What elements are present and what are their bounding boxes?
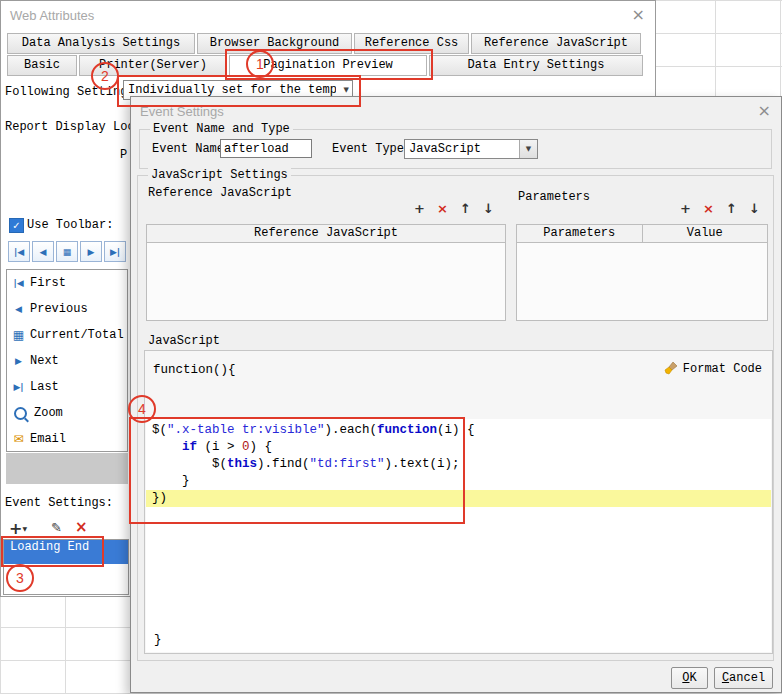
ok-button[interactable]: OK — [671, 667, 708, 689]
plus-icon: + — [9, 519, 22, 538]
reference-js-table: Reference JavaScript — [146, 224, 506, 321]
web-attributes-title: Web Attributes — [10, 8, 94, 23]
event-type-label: Event Type: — [332, 142, 411, 156]
code-line: } — [146, 473, 771, 490]
reference-js-toolbar: +×↑↓ — [410, 200, 498, 217]
first-icon: |◀ — [14, 247, 24, 257]
toolbar-item-list[interactable]: |◀First◀Previous▦Current/Total▶Next▶|Las… — [6, 269, 128, 452]
following-settings-label: Following Settings — [5, 85, 135, 99]
tab-browser-background[interactable]: Browser Background — [197, 33, 352, 54]
function-open-text: function(){ — [153, 363, 236, 377]
use-toolbar-label: Use Toolbar: — [27, 218, 113, 232]
javascript-label: JavaScript — [148, 334, 220, 348]
list-item-label: First — [30, 276, 66, 290]
chevron-down-icon: ▼ — [22, 525, 27, 532]
delete-event-button[interactable]: × — [75, 518, 88, 536]
code-token: $( — [152, 423, 167, 437]
code-token: if — [182, 440, 197, 454]
code-token: ) { — [250, 440, 273, 454]
plus-icon[interactable]: + — [410, 200, 429, 217]
code-line: if (i > 0) { — [146, 439, 771, 456]
event-name-type-group: Event Name and Type Event Name: Event Ty… — [139, 129, 772, 169]
plus-icon[interactable]: + — [676, 200, 695, 217]
code-token: ).text(i); — [385, 457, 460, 471]
last-icon: ▶| — [110, 247, 120, 257]
param-table-header-value: Value — [642, 224, 769, 243]
list-item-previous[interactable]: ◀Previous — [7, 296, 127, 322]
close-icon[interactable]: × — [758, 101, 771, 120]
event-name-type-group-title: Event Name and Type — [150, 122, 293, 136]
next-button[interactable]: ▶ — [80, 241, 102, 262]
event-item-loading-end[interactable]: Loading End — [4, 540, 128, 564]
page-display-icon: ▦ — [63, 247, 72, 257]
event-name-input[interactable] — [220, 139, 312, 158]
list-item-next[interactable]: ▶Next — [7, 348, 127, 374]
tab-row-2: BasicPrinter(Server)Pagination PreviewDa… — [7, 55, 643, 76]
delete-icon[interactable]: × — [433, 200, 452, 217]
move-down-icon[interactable]: ↓ — [479, 200, 498, 217]
code-line: $(this).find("td:first").text(i); — [146, 456, 771, 473]
list-item-first[interactable]: |◀First — [7, 270, 127, 296]
code-token: 0 — [242, 440, 250, 454]
pencil-icon: ✎ — [51, 520, 62, 535]
list-item-label: Next — [30, 354, 59, 368]
format-code-label: Format Code — [683, 362, 762, 376]
previous-button[interactable]: ◀ — [32, 241, 54, 262]
parameters-toolbar: +×↑↓ — [676, 200, 764, 217]
event-settings-titlebar: Event Settings × — [131, 97, 781, 125]
report-display-label: Report Display Locat — [5, 120, 149, 134]
first-button[interactable]: |◀ — [8, 241, 30, 262]
page-display-button[interactable]: ▦ — [56, 241, 78, 262]
last-button[interactable]: ▶| — [104, 241, 126, 262]
tab-data-analysis-settings[interactable]: Data Analysis Settings — [7, 33, 195, 54]
parameters-table-body[interactable] — [516, 243, 768, 321]
event-list[interactable]: Loading End — [3, 539, 129, 595]
parameters-label: Parameters — [518, 190, 590, 204]
previous-icon: ◀ — [40, 247, 47, 257]
last-icon: ▶| — [10, 382, 27, 392]
tab-reference-javascript[interactable]: Reference JavaScript — [471, 33, 641, 54]
edit-event-button[interactable]: ✎ — [51, 520, 62, 535]
tab-printer-server[interactable]: Printer(Server) — [79, 55, 227, 76]
format-code-icon — [664, 361, 679, 376]
code-token: "td:first" — [310, 457, 385, 471]
move-up-icon[interactable]: ↑ — [722, 200, 741, 217]
move-up-icon[interactable]: ↑ — [456, 200, 475, 217]
list-item-last[interactable]: ▶|Last — [7, 374, 127, 400]
list-item-current-total[interactable]: ▦Current/Total — [7, 322, 127, 348]
code-token: function — [377, 423, 437, 437]
event-settings-dialog: Event Settings × Event Name and Type Eve… — [130, 96, 782, 693]
code-token: }) — [152, 491, 167, 505]
list-item-email[interactable]: ✉Email — [7, 426, 127, 452]
list-item-label: Email — [30, 432, 66, 446]
event-type-dropdown[interactable]: JavaScript ▼ — [404, 139, 538, 159]
toolbar-preview: |◀◀▦▶▶| — [8, 241, 126, 262]
tab-pagination-preview[interactable]: Pagination Preview — [229, 55, 427, 76]
code-line: }) — [146, 490, 771, 507]
partial-label: P — [120, 148, 127, 162]
tab-reference-css[interactable]: Reference Css — [354, 33, 469, 54]
add-event-button[interactable]: +▼ — [9, 519, 27, 538]
list-item-zoom[interactable]: Zoom — [7, 400, 127, 426]
javascript-settings-group: JavaScript Settings Reference JavaScript… — [137, 175, 774, 661]
delete-icon: × — [75, 518, 88, 536]
reference-js-table-body[interactable] — [146, 243, 506, 321]
code-token: $( — [152, 457, 227, 471]
cancel-button[interactable]: Cancel — [714, 667, 773, 689]
email-icon: ✉ — [10, 432, 27, 446]
page-display-icon: ▦ — [10, 328, 27, 342]
javascript-code-editor[interactable]: $(".x-table tr:visible").each(function(i… — [146, 419, 771, 652]
next-icon: ▶ — [88, 247, 95, 257]
delete-icon[interactable]: × — [699, 200, 718, 217]
format-code-button[interactable]: Format Code — [664, 361, 762, 376]
move-down-icon[interactable]: ↓ — [745, 200, 764, 217]
tab-basic[interactable]: Basic — [7, 55, 77, 76]
code-token: (i > — [197, 440, 242, 454]
list-item-label: Current/Total — [30, 328, 124, 342]
param-table-header-parameters: Parameters — [516, 224, 643, 243]
list-item-label: Zoom — [34, 406, 63, 420]
close-icon[interactable]: × — [632, 5, 645, 24]
tab-data-entry-settings[interactable]: Data Entry Settings — [429, 55, 643, 76]
use-toolbar-checkbox[interactable]: ✓ — [9, 218, 24, 233]
code-token — [152, 440, 182, 454]
